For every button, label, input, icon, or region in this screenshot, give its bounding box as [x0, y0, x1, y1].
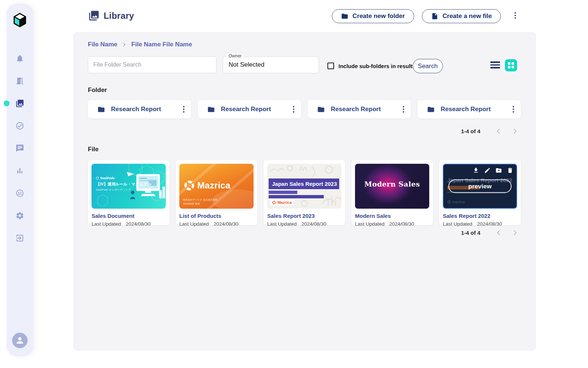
person-icon: [15, 336, 25, 345]
download-icon[interactable]: [473, 167, 479, 174]
chevron-right-icon[interactable]: [512, 229, 519, 236]
create-file-button[interactable]: Create a new file: [422, 9, 501, 23]
file-title: Sales Document: [92, 213, 166, 219]
bell-icon[interactable]: [15, 54, 24, 63]
chevron-left-icon[interactable]: [495, 128, 502, 135]
last-updated-date: 2024/08/30: [389, 221, 414, 227]
preview-button[interactable]: preview: [448, 180, 512, 193]
content-panel: File Name File Name File Name Owner Not …: [74, 32, 536, 350]
thumb-subline: DealPods オンボーディング: [96, 188, 131, 192]
folder-card[interactable]: Research Report: [198, 100, 301, 118]
folder-kebab-menu[interactable]: [513, 106, 514, 113]
file-card[interactable]: Modern Sales Modern Sales Last Updated 2…: [351, 160, 433, 225]
thumb-headline: 【IV】運用ルール・マニュアル: [96, 182, 151, 187]
owner-select-label: Owner: [226, 53, 244, 59]
file-thumbnail: DealPods 【IV】運用ルール・マニュアル DealPods オンボーディ…: [92, 164, 166, 209]
create-folder-label: Create new folder: [352, 13, 405, 20]
last-updated-label: Last Updated: [443, 221, 472, 227]
breadcrumb-root[interactable]: File Name: [88, 41, 117, 48]
chat-icon[interactable]: [15, 144, 24, 153]
folder-name: Research Report: [441, 106, 513, 113]
folder-name: Research Report: [331, 106, 403, 113]
last-updated-date: 2024/08/30: [301, 221, 326, 227]
door-icon[interactable]: [15, 77, 24, 85]
sidebar: [7, 4, 33, 356]
thumb-line1: 株式会社マツリカ 会社紹介資料: [183, 198, 217, 202]
chevron-left-icon[interactable]: [495, 229, 502, 236]
file-thumbnail: Modern Sales: [355, 164, 429, 209]
move-to-folder-icon[interactable]: [495, 167, 502, 174]
thumb-brand: DealPods: [96, 176, 115, 180]
grid-icon: [508, 62, 514, 68]
file-card[interactable]: Mazrica 株式会社マツリカ 会社紹介資料 2023年6月 更新 List …: [176, 160, 257, 225]
create-folder-button[interactable]: Create new folder: [332, 9, 414, 23]
thumb-line2: 2023年6月 更新: [183, 202, 200, 206]
list-view-toggle[interactable]: [490, 61, 500, 68]
thumb-brand: Mazrica: [184, 180, 230, 191]
folder-name: Research Report: [221, 106, 293, 113]
file-title: Sales Report 2022: [443, 213, 517, 219]
file-folder-search-input[interactable]: [88, 56, 216, 73]
folder-kebab-menu[interactable]: [183, 106, 184, 113]
people-circle-icon[interactable]: [15, 189, 24, 198]
thumb-banner: Japan Sales Report 2023: [269, 178, 339, 189]
logout-icon[interactable]: [15, 234, 24, 243]
folder-icon: [427, 106, 435, 113]
folder-name: Research Report: [111, 106, 183, 113]
file-title: Modern Sales: [355, 213, 429, 219]
file-card[interactable]: Japan Sales Report 2022 mazrica preview …: [439, 160, 521, 225]
mazrica-logo-icon: [184, 180, 195, 191]
file-icon: [431, 13, 438, 20]
breadcrumb: File Name File Name File Name: [88, 41, 192, 48]
thumb-chip: [269, 195, 324, 198]
folder-card[interactable]: Research Report: [88, 100, 191, 118]
folder-kebab-menu[interactable]: [403, 106, 404, 113]
file-thumbnail: Japan Sales Report 2023 Mazrica: [267, 164, 341, 209]
folder-section-title: Folder: [88, 86, 107, 94]
thumb-brand: Mazrica: [270, 199, 294, 205]
bar-chart-icon[interactable]: [15, 166, 24, 175]
file-pagination-range: 1-4 of 4: [461, 230, 480, 236]
chevron-right-icon: [122, 42, 127, 47]
create-file-label: Create a new file: [442, 13, 492, 20]
last-updated-label: Last Updated: [92, 221, 121, 227]
owner-select[interactable]: Owner Not Selected: [223, 56, 319, 73]
last-updated-date: 2024/08/30: [126, 221, 151, 227]
folder-icon: [97, 106, 105, 113]
folder-kebab-menu[interactable]: [293, 106, 294, 113]
edit-icon[interactable]: [484, 167, 491, 174]
thumb-title: Modern Sales: [355, 180, 429, 188]
folder-card[interactable]: Research Report: [417, 100, 521, 118]
mazrica-logo-icon: [272, 201, 276, 205]
file-title: List of Products: [179, 213, 254, 219]
settings-icon[interactable]: [15, 211, 24, 220]
breadcrumb-current[interactable]: File Name File Name: [131, 41, 192, 48]
header-kebab-menu[interactable]: [514, 12, 516, 19]
grid-view-toggle[interactable]: [505, 59, 517, 71]
include-subfolders-checkbox[interactable]: [327, 63, 334, 69]
page-header: Library: [88, 10, 134, 21]
check-circle-icon[interactable]: [15, 121, 24, 130]
file-section-title: File: [88, 146, 98, 153]
folder-card[interactable]: Research Report: [308, 100, 411, 118]
last-updated-label: Last Updated: [267, 221, 297, 227]
owner-select-value: Not Selected: [229, 61, 264, 68]
app-logo[interactable]: [11, 12, 28, 29]
file-card[interactable]: Japan Sales Report 2023 Mazrica Sales Re…: [263, 160, 345, 225]
last-updated-date: 2024/08/30: [477, 221, 502, 227]
user-avatar[interactable]: [12, 333, 28, 348]
folder-icon: [317, 106, 325, 113]
folder-icon: [207, 106, 215, 113]
delete-icon[interactable]: [507, 167, 513, 174]
file-title: Sales Report 2023: [267, 213, 341, 219]
search-button[interactable]: Search: [413, 59, 443, 73]
include-subfolders-label: Include sub-folders in results: [338, 63, 415, 69]
page-title: Library: [104, 11, 134, 21]
chevron-right-icon[interactable]: [512, 128, 519, 135]
file-pagination: 1-4 of 4: [461, 229, 519, 236]
last-updated-date: 2024/08/30: [214, 221, 239, 227]
file-thumbnail-hovered: Japan Sales Report 2022 mazrica preview: [443, 164, 517, 209]
file-hover-actions: [473, 167, 513, 174]
file-card[interactable]: DealPods 【IV】運用ルール・マニュアル DealPods オンボーディ…: [88, 160, 169, 225]
library-icon[interactable]: [15, 99, 24, 108]
